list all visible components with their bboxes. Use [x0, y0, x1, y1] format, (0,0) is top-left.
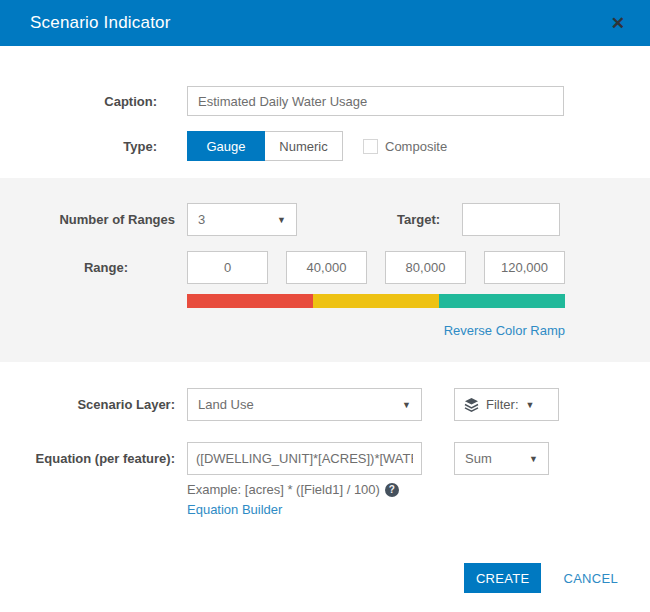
color-ramp-segment-red	[187, 294, 313, 308]
number-of-ranges-row: Number of Ranges 3 ▼ Target:	[0, 203, 650, 236]
target-label: Target:	[397, 212, 440, 227]
caret-down-icon: ▼	[277, 215, 286, 225]
filter-dropdown-button[interactable]: Filter: ▼	[454, 388, 559, 421]
composite-checkbox-label: Composite	[385, 139, 447, 154]
type-row: Type: Gauge Numeric Composite	[0, 131, 650, 161]
range-input-2[interactable]	[286, 251, 367, 284]
color-ramp	[187, 294, 565, 308]
scenario-layer-select[interactable]: Land Use ▼	[187, 388, 422, 421]
type-option-gauge[interactable]: Gauge	[187, 131, 265, 161]
number-of-ranges-label: Number of Ranges	[0, 212, 187, 227]
range-row: Range:	[0, 251, 650, 284]
scenario-indicator-dialog: Scenario Indicator ✕ Caption: Type: Gaug…	[0, 0, 650, 612]
reverse-color-ramp-link[interactable]: Reverse Color Ramp	[444, 323, 565, 338]
equation-row: Equation (per feature): Example: [acres]…	[0, 442, 650, 517]
range-label: Range:	[0, 260, 187, 275]
equation-column: Example: [acres] * ([Field1] / 100) ? Eq…	[187, 442, 422, 517]
dialog-footer: CREATE CANCEL	[464, 563, 618, 593]
color-ramp-segment-yellow	[313, 294, 439, 308]
caption-row: Caption:	[0, 86, 650, 116]
target-input[interactable]	[462, 203, 560, 236]
number-of-ranges-value: 3	[198, 212, 205, 227]
type-toggle: Gauge Numeric	[187, 131, 343, 161]
caret-down-icon: ▼	[402, 400, 411, 410]
aggregation-select[interactable]: Sum ▼	[454, 442, 549, 475]
reverse-color-ramp-row: Reverse Color Ramp	[187, 321, 565, 339]
type-option-numeric[interactable]: Numeric	[265, 131, 343, 161]
equation-builder-link[interactable]: Equation Builder	[187, 502, 282, 517]
caret-down-icon: ▼	[529, 454, 538, 464]
scenario-layer-row: Scenario Layer: Land Use ▼ Filter: ▼	[0, 388, 650, 421]
number-of-ranges-select[interactable]: 3 ▼	[187, 203, 297, 236]
equation-builder-row: Equation Builder	[187, 502, 422, 517]
scenario-layer-value: Land Use	[198, 397, 254, 412]
color-ramp-segment-green	[439, 294, 565, 308]
caption-label: Caption:	[0, 94, 187, 109]
range-input-1[interactable]	[187, 251, 268, 284]
caret-down-icon: ▼	[526, 400, 535, 410]
equation-label: Equation (per feature):	[0, 442, 187, 467]
layers-icon	[464, 398, 479, 412]
ranges-panel: Number of Ranges 3 ▼ Target: Range: Reve…	[0, 178, 650, 362]
equation-example-line: Example: [acres] * ([Field1] / 100) ?	[187, 482, 422, 497]
dialog-title: Scenario Indicator	[30, 13, 611, 33]
dialog-header: Scenario Indicator ✕	[0, 0, 650, 46]
filter-label: Filter:	[486, 397, 519, 412]
equation-example-text: Example: [acres] * ([Field1] / 100)	[187, 482, 380, 497]
cancel-link[interactable]: CANCEL	[563, 571, 618, 586]
close-icon[interactable]: ✕	[611, 15, 625, 32]
aggregation-value: Sum	[465, 451, 492, 466]
range-input-4[interactable]	[484, 251, 565, 284]
equation-input[interactable]	[187, 442, 422, 475]
range-input-3[interactable]	[385, 251, 466, 284]
scenario-layer-label: Scenario Layer:	[0, 397, 187, 412]
caption-input[interactable]	[187, 86, 564, 116]
composite-checkbox[interactable]	[363, 139, 378, 154]
help-icon[interactable]: ?	[385, 483, 399, 497]
type-label: Type:	[0, 139, 187, 154]
create-button[interactable]: CREATE	[464, 563, 542, 593]
